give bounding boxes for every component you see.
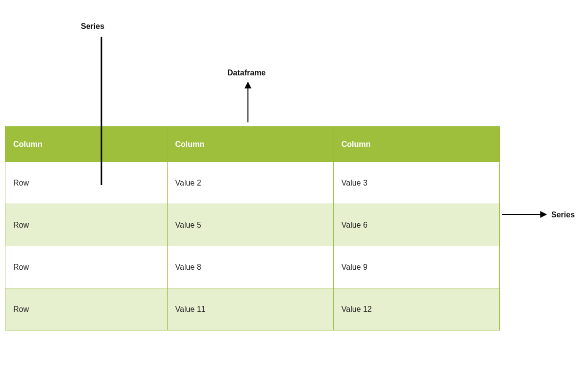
dataframe-label: Dataframe (227, 69, 266, 77)
value-cell: Value 9 (333, 246, 499, 288)
row-label-cell: Row (5, 246, 168, 288)
value-cell: Value 5 (167, 204, 333, 246)
value-cell: Value 2 (167, 162, 333, 204)
table-row: Row Value 5 Value 6 (5, 204, 500, 246)
column-header: Column (333, 127, 499, 162)
series-column-label: Series (81, 22, 104, 31)
series-row-label: Series (551, 211, 575, 219)
dataframe-table: Column Column Column Row Value 2 Value 3… (5, 126, 500, 330)
table-row: Row Value 11 Value 12 (5, 288, 500, 330)
column-header: Column (167, 127, 333, 162)
table-header-row: Column Column Column (5, 127, 500, 162)
value-cell: Value 12 (333, 288, 499, 330)
row-label-cell: Row (5, 162, 168, 204)
value-cell: Value 3 (333, 162, 499, 204)
row-label-cell: Row (5, 288, 168, 330)
table-row: Row Value 2 Value 3 (5, 162, 500, 204)
diagram-stage: Series Dataframe Series Column Column Co… (0, 0, 588, 376)
column-header: Column (5, 127, 168, 162)
value-cell: Value 8 (167, 246, 333, 288)
value-cell: Value 6 (333, 204, 499, 246)
row-label-cell: Row (5, 204, 168, 246)
table-row: Row Value 8 Value 9 (5, 246, 500, 288)
value-cell: Value 11 (167, 288, 333, 330)
